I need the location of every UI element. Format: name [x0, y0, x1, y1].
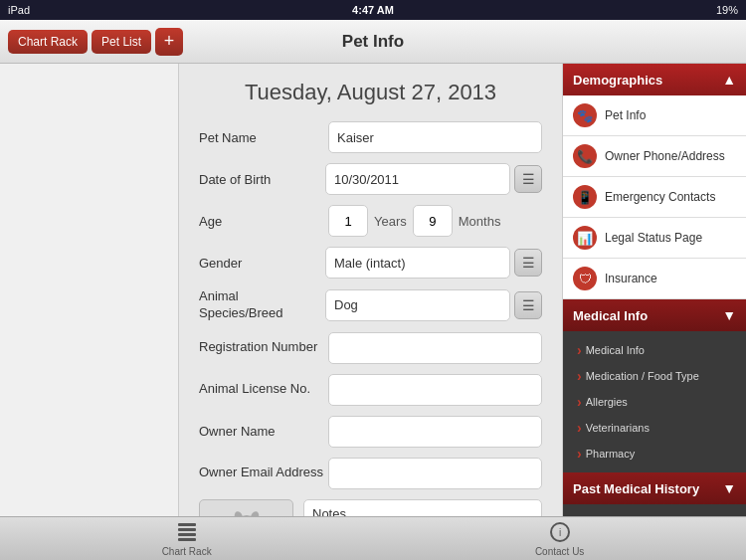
legal-icon: 📊	[573, 226, 597, 250]
species-list-button[interactable]: ☰	[514, 291, 542, 319]
emergency-icon: 📱	[573, 185, 597, 209]
gender-input[interactable]	[325, 247, 510, 279]
dob-label: Date of Birth	[199, 172, 325, 187]
gender-label: Gender	[199, 256, 325, 271]
license-label: Animal License No.	[199, 381, 328, 398]
sidebar-item-pet-info[interactable]: 🐾 Pet Info	[563, 95, 746, 136]
dog-icon	[223, 504, 271, 516]
dob-input[interactable]	[325, 163, 510, 195]
chart-rack-button[interactable]: Chart Rack	[8, 30, 88, 54]
svg-text:i: i	[559, 527, 561, 538]
form-area: Tuesday, August 27, 2013 Pet Name Date o…	[179, 64, 562, 516]
dob-list-button[interactable]: ☰	[514, 165, 542, 193]
notes-box: Notes	[303, 499, 542, 516]
status-right: 19%	[716, 4, 738, 16]
medical-info-subitem-0[interactable]: Medical Info	[563, 337, 746, 363]
registration-label: Registration Number	[199, 339, 328, 356]
demographics-arrow: ▲	[722, 72, 736, 88]
registration-input[interactable]	[328, 332, 542, 364]
species-row: Animal Species/Breed ☰	[199, 288, 542, 322]
pet-photo-box[interactable]: Pet Photo	[199, 499, 293, 516]
pet-list-sidebar	[0, 64, 179, 516]
add-pet-button[interactable]: +	[155, 28, 183, 56]
age-years-input[interactable]	[328, 205, 368, 237]
medical-info-subitem-2[interactable]: Allergies	[563, 389, 746, 415]
sidebar-item-owner-phone[interactable]: 📞 Owner Phone/Address	[563, 136, 746, 177]
owner-phone-label: Owner Phone/Address	[605, 149, 725, 163]
age-months-input[interactable]	[413, 205, 453, 237]
medical-info-subitem-4[interactable]: Pharmacy	[563, 441, 746, 467]
nav-bar: Chart Rack Pet List + Pet Info	[0, 20, 746, 64]
registration-row: Registration Number	[199, 332, 542, 364]
medical-info-subitem-1[interactable]: Medication / Food Type	[563, 363, 746, 389]
tab-contact-us[interactable]: i Contact Us	[535, 520, 584, 557]
status-time: 4:47 AM	[352, 4, 394, 16]
main-content: Tuesday, August 27, 2013 Pet Name Date o…	[0, 64, 746, 516]
svg-rect-13	[178, 538, 196, 541]
svg-rect-11	[178, 528, 196, 531]
medical-info-subitem-3[interactable]: Veterinarians	[563, 415, 746, 441]
species-label: Animal Species/Breed	[199, 288, 325, 322]
demographics-label: Demographics	[573, 73, 662, 88]
sidebar-item-emergency[interactable]: 📱 Emergency Contacts	[563, 177, 746, 218]
species-input[interactable]	[325, 289, 510, 321]
form-date: Tuesday, August 27, 2013	[199, 80, 542, 105]
months-label: Months	[459, 214, 501, 229]
past-medical-arrow: ▼	[722, 480, 736, 496]
nav-left-buttons: Chart Rack Pet List +	[8, 28, 183, 56]
past-medical-sub-section: Personal History Surgeries	[563, 504, 746, 516]
chart-rack-tab-label: Chart Rack	[162, 546, 212, 557]
insurance-icon: 🛡	[573, 267, 597, 290]
years-label: Years	[374, 214, 407, 229]
demographics-section-header[interactable]: Demographics ▲	[563, 64, 746, 95]
legal-label: Legal Status Page	[605, 231, 702, 245]
species-input-group: ☰	[325, 289, 542, 321]
medical-info-section-header[interactable]: Medical Info ▼	[563, 299, 746, 331]
sidebar-item-legal[interactable]: 📊 Legal Status Page	[563, 218, 746, 259]
sidebar-item-insurance[interactable]: 🛡 Insurance	[563, 259, 746, 299]
dob-input-group: ☰	[325, 163, 542, 195]
pet-list-button[interactable]: Pet List	[92, 30, 151, 54]
age-input-group: Years Months	[328, 205, 542, 237]
owner-email-input[interactable]	[328, 458, 542, 489]
medical-info-arrow: ▼	[722, 307, 736, 323]
owner-phone-icon: 📞	[573, 144, 597, 168]
pet-name-row: Pet Name	[199, 121, 542, 153]
emergency-label: Emergency Contacts	[605, 190, 715, 204]
medical-info-label: Medical Info	[573, 308, 648, 323]
right-sidebar: Demographics ▲ 🐾 Pet Info 📞 Owner Phone/…	[562, 64, 746, 516]
pet-name-input[interactable]	[328, 121, 542, 153]
insurance-label: Insurance	[605, 272, 657, 285]
status-bar: iPad 4:47 AM 19%	[0, 0, 746, 20]
gender-list-button[interactable]: ☰	[514, 249, 542, 277]
past-medical-label: Past Medical History	[573, 481, 699, 496]
svg-rect-10	[178, 523, 196, 526]
page-title: Pet Info	[342, 32, 404, 52]
tab-chart-rack[interactable]: Chart Rack	[162, 520, 212, 557]
owner-name-input[interactable]	[328, 416, 542, 448]
gender-row: Gender ☰	[199, 247, 542, 279]
svg-rect-12	[178, 533, 196, 536]
svg-point-2	[249, 510, 261, 516]
medical-info-sub-section: Medical Info Medication / Food Type Alle…	[563, 331, 746, 472]
notes-label: Notes	[312, 506, 346, 516]
age-label: Age	[199, 214, 328, 229]
pet-info-icon: 🐾	[573, 103, 597, 127]
license-input[interactable]	[328, 374, 542, 406]
dob-row: Date of Birth ☰	[199, 163, 542, 195]
pet-name-label: Pet Name	[199, 130, 328, 145]
status-left: iPad	[8, 4, 30, 16]
tab-bar: Chart Rack i Contact Us	[0, 516, 746, 560]
owner-email-row: Owner Email Address	[199, 458, 542, 489]
svg-point-1	[233, 510, 245, 516]
past-medical-subitem-0[interactable]: Personal History	[563, 510, 746, 516]
gender-input-group: ☰	[325, 247, 542, 279]
contact-us-tab-label: Contact Us	[535, 546, 584, 557]
owner-email-label: Owner Email Address	[199, 465, 328, 481]
past-medical-section-header[interactable]: Past Medical History ▼	[563, 472, 746, 504]
pet-info-label: Pet Info	[605, 108, 646, 122]
age-row: Age Years Months	[199, 205, 542, 237]
photo-notes-row: Pet Photo Notes	[199, 499, 542, 516]
license-row: Animal License No.	[199, 374, 542, 406]
owner-name-row: Owner Name	[199, 416, 542, 448]
